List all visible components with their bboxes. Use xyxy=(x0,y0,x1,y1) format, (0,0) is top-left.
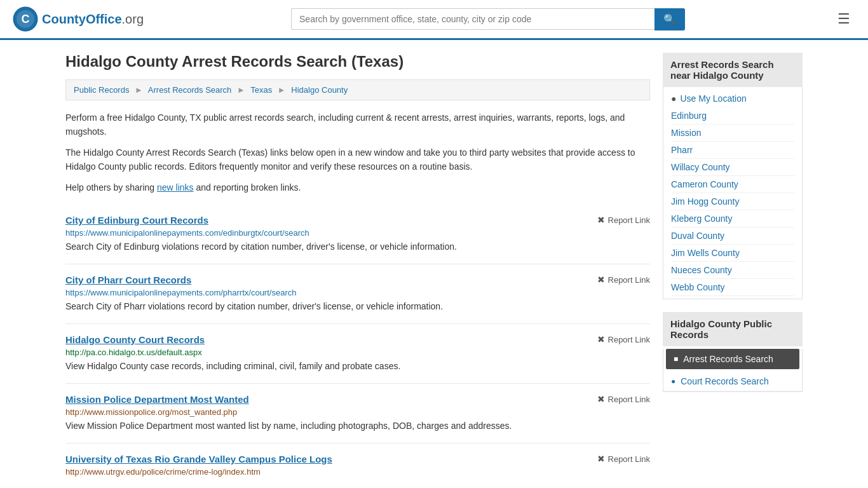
svg-text:C: C xyxy=(22,13,30,25)
link-url-3: http://www.missionpolice.org/most_wanted… xyxy=(65,407,650,417)
main-container: Hidalgo County Arrest Records Search (Te… xyxy=(53,40,815,488)
search-input[interactable] xyxy=(291,8,654,30)
logo-text: CountyOffice.org xyxy=(42,12,144,27)
link-entry: Hidalgo County Court Records ✖ Report Li… xyxy=(65,324,650,384)
search-area: 🔍 xyxy=(291,8,685,30)
sidebar-nearby-link-7[interactable]: Duval County xyxy=(671,227,794,245)
breadcrumb-sep-1: ► xyxy=(135,85,143,95)
use-my-location-label: Use My Location xyxy=(680,93,746,104)
link-title-4[interactable]: University of Texas Rio Grande Valley Ca… xyxy=(65,454,332,464)
sidebar-nearby-section: Arrest Records Search near Hidalgo Count… xyxy=(663,53,803,299)
link-url-4: http://www.utrgv.edu/police/crime/crime-… xyxy=(65,467,650,477)
link-desc-0: Search City of Edinburg violations recor… xyxy=(65,240,650,254)
report-link-btn-1[interactable]: ✖ Report Link xyxy=(597,274,650,285)
report-icon-4: ✖ xyxy=(597,454,605,464)
hamburger-icon: ☰ xyxy=(837,11,850,27)
logo-area: C CountyOffice.org xyxy=(13,6,144,32)
sidebar-public-records-section: Hidalgo County Public Records ■ Arrest R… xyxy=(663,312,803,392)
sidebar-nearby-link-0[interactable]: Edinburg xyxy=(671,107,794,125)
breadcrumb-hidalgo[interactable]: Hidalgo County xyxy=(291,85,348,95)
breadcrumb-arrest-records[interactable]: Arrest Records Search xyxy=(148,85,232,95)
sidebar-nearby-header: Arrest Records Search near Hidalgo Count… xyxy=(663,53,803,87)
link-url-2: http://pa.co.hidalgo.tx.us/default.aspx xyxy=(65,348,650,357)
link-entry-header-2: Hidalgo County Court Records ✖ Report Li… xyxy=(65,334,650,345)
search-button[interactable]: 🔍 xyxy=(654,8,685,30)
sidebar-public-records-body: ■ Arrest Records Search ● Court Records … xyxy=(663,349,803,392)
intro-para3-prefix: Help others by sharing xyxy=(65,182,157,193)
arrest-records-icon: ■ xyxy=(674,355,678,363)
intro-para2: The Hidalgo County Arrest Records Search… xyxy=(65,146,650,174)
sidebar-nearby-link-5[interactable]: Jim Hogg County xyxy=(671,193,794,210)
link-entry: Mission Police Department Most Wanted ✖ … xyxy=(65,384,650,444)
sidebar-nearby-link-10[interactable]: Webb County xyxy=(671,279,794,296)
sidebar-nearby-link-1[interactable]: Mission xyxy=(671,125,794,142)
use-my-location[interactable]: ● Use My Location xyxy=(671,90,794,107)
sidebar-nearby-link-4[interactable]: Cameron County xyxy=(671,176,794,193)
intro-para3: Help others by sharing new links and rep… xyxy=(65,180,650,194)
intro-para1: Perform a free Hidalgo County, TX public… xyxy=(65,111,650,139)
intro-para3-suffix: and reporting broken links. xyxy=(194,182,301,193)
menu-button[interactable]: ☰ xyxy=(832,8,855,30)
report-link-btn-2[interactable]: ✖ Report Link xyxy=(597,334,650,344)
sidebar-nearby-link-6[interactable]: Kleberg County xyxy=(671,210,794,227)
link-title-0[interactable]: City of Edinburg Court Records xyxy=(65,215,208,226)
new-links[interactable]: new links xyxy=(157,182,194,193)
link-entry-header-3: Mission Police Department Most Wanted ✖ … xyxy=(65,394,650,405)
content: Hidalgo County Arrest Records Search (Te… xyxy=(65,53,650,488)
court-records-link[interactable]: ● Court Records Search xyxy=(663,372,802,391)
report-link-btn-4[interactable]: ✖ Report Link xyxy=(597,454,650,464)
page-title: Hidalgo County Arrest Records Search (Te… xyxy=(65,53,650,71)
link-desc-3: View Mission Police Department most want… xyxy=(65,419,650,433)
report-icon-3: ✖ xyxy=(597,394,605,404)
link-entry: University of Texas Rio Grande Valley Ca… xyxy=(65,444,650,488)
sidebar-nearby-body: ● Use My Location EdinburgMissionPharrWi… xyxy=(663,87,803,299)
link-url-0: https://www.municipalonlinepayments.com/… xyxy=(65,228,650,238)
link-desc-1: Search City of Pharr violations record b… xyxy=(65,300,650,313)
report-link-btn-3[interactable]: ✖ Report Link xyxy=(597,394,650,404)
link-title-1[interactable]: City of Pharr Court Records xyxy=(65,274,191,285)
link-desc-2: View Hidalgo County case records, includ… xyxy=(65,360,650,373)
court-records-icon: ● xyxy=(671,377,675,386)
sidebar-public-records-header: Hidalgo County Public Records xyxy=(663,312,803,346)
sidebar-nearby-link-2[interactable]: Pharr xyxy=(671,142,794,159)
breadcrumb: Public Records ► Arrest Records Search ►… xyxy=(65,79,650,100)
report-icon-2: ✖ xyxy=(597,334,605,344)
link-entry-header-4: University of Texas Rio Grande Valley Ca… xyxy=(65,454,650,464)
link-entry: City of Edinburg Court Records ✖ Report … xyxy=(65,205,650,264)
court-records-label: Court Records Search xyxy=(681,376,769,386)
breadcrumb-public-records[interactable]: Public Records xyxy=(74,85,129,95)
sidebar: Arrest Records Search near Hidalgo Count… xyxy=(663,53,803,488)
header: C CountyOffice.org 🔍 ☰ xyxy=(0,0,868,40)
logo-icon: C xyxy=(13,6,38,32)
link-title-2[interactable]: Hidalgo County Court Records xyxy=(65,334,205,345)
breadcrumb-sep-3: ► xyxy=(278,85,286,95)
link-url-1: https://www.municipalonlinepayments.com/… xyxy=(65,288,650,297)
report-icon-0: ✖ xyxy=(597,215,605,225)
location-pin-icon: ● xyxy=(671,93,676,104)
breadcrumb-texas[interactable]: Texas xyxy=(250,85,272,95)
link-entry-header-1: City of Pharr Court Records ✖ Report Lin… xyxy=(65,274,650,285)
breadcrumb-sep-2: ► xyxy=(237,85,245,95)
search-icon: 🔍 xyxy=(663,14,676,25)
arrest-records-active-btn[interactable]: ■ Arrest Records Search xyxy=(666,349,799,369)
link-title-3[interactable]: Mission Police Department Most Wanted xyxy=(65,394,249,405)
sidebar-nearby-link-3[interactable]: Willacy County xyxy=(671,159,794,176)
report-link-btn-0[interactable]: ✖ Report Link xyxy=(597,215,650,225)
report-icon-1: ✖ xyxy=(597,274,605,285)
sidebar-nearby-link-8[interactable]: Jim Wells County xyxy=(671,245,794,262)
links-container: City of Edinburg Court Records ✖ Report … xyxy=(65,205,650,488)
sidebar-nearby-links: EdinburgMissionPharrWillacy CountyCamero… xyxy=(671,107,794,296)
link-entry-header-0: City of Edinburg Court Records ✖ Report … xyxy=(65,215,650,226)
arrest-records-label: Arrest Records Search xyxy=(683,354,773,364)
link-entry: City of Pharr Court Records ✖ Report Lin… xyxy=(65,264,650,324)
sidebar-nearby-link-9[interactable]: Nueces County xyxy=(671,262,794,279)
